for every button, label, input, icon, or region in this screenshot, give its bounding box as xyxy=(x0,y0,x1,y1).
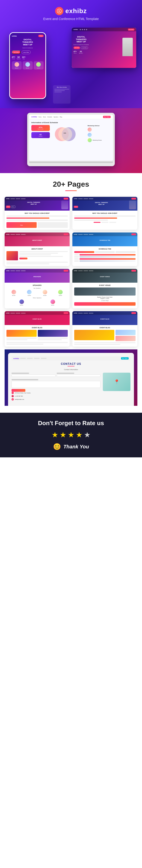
thank-you-row: 😊 Thank You xyxy=(5,443,137,451)
page-card-home1: exhibz DIGITAL THINKERSMEET UP Ticket Mo… xyxy=(5,197,69,230)
logo-name: exhibz xyxy=(65,7,87,15)
stat-events-num: 47+ xyxy=(12,56,15,58)
page-card-blog1: exhibz EVENT BLOG Event Blog xyxy=(5,311,69,347)
page-card-schedule: exhibz SCHEDULE TAB Schedule Tab xyxy=(73,232,137,266)
contact-us-title: CONTACT US xyxy=(11,362,131,366)
map-pin-icon: 📍 xyxy=(114,379,120,384)
mockup-container: exhibz Ticket DigitalThinkersMeet up Eve… xyxy=(5,25,137,103)
stars-row: ★ ★ ★ ★ ★ xyxy=(5,430,137,439)
desktop-hero-content: DIGITALTHINKERSMEET UP Event & Conferenc… xyxy=(72,31,136,58)
laptop-nav: exhibz Home About Schedule Speakers Blog… xyxy=(29,115,113,119)
page-card-home2-header: exhibz Digital ThinkersMeet up Ticket xyxy=(73,197,137,211)
pages-title: 20+ Pages xyxy=(5,180,137,188)
stat-speakers-num: 62 xyxy=(17,56,21,58)
laptop-screen: exhibz Home About Schedule Speakers Blog… xyxy=(29,115,113,161)
star-1: ★ xyxy=(52,430,58,439)
logo-icon: E xyxy=(55,7,63,15)
page-card-about-body: About Event xyxy=(5,246,69,266)
contact-form-fields xyxy=(11,373,101,392)
stat-speakers-label: Speakers xyxy=(17,58,21,59)
page-card-home2-body: Why you should Join Event xyxy=(73,211,137,225)
page-card-about-header: exhibz ABOUT EVENT xyxy=(5,232,69,246)
smiley-icon: 😊 xyxy=(53,443,61,451)
contact-phone: 📞 +1 234 567 890 xyxy=(11,395,131,397)
laptop-nav-logo: exhibz xyxy=(31,116,37,118)
contact-address: 📍 123 Event Street, City, Country xyxy=(11,392,131,394)
mobile-get-ticket-btn[interactable]: Get Ticket xyxy=(12,51,21,54)
page-card-venue: exhibz EVENT VENUE Event Venue Brighton … xyxy=(73,269,137,308)
page-card-venue-header: exhibz EVENT VENUE xyxy=(73,269,137,283)
mobile-learn-more-btn[interactable]: Learn More xyxy=(22,51,31,54)
header-subtitle: Event and Conference HTML Template xyxy=(5,17,137,21)
desktop-hero-title: DIGITALTHINKERSMEET UP xyxy=(74,36,89,43)
contact-preview-section: exhibz Buy Ticket CONTACT US Contact Inf… xyxy=(5,349,137,406)
address-icon: 📍 xyxy=(11,392,14,394)
page-card-home2: exhibz Digital ThinkersMeet up Ticket Wh… xyxy=(73,197,137,230)
page-card-speakers-header: exhibz SPEAKERS xyxy=(5,269,69,283)
mobile-ticket-btn[interactable]: Ticket xyxy=(38,35,44,37)
phone-icon: 📞 xyxy=(11,395,14,397)
contact-divider xyxy=(67,366,75,367)
laptop-section: exhibz Home About Schedule Speakers Blog… xyxy=(0,108,142,173)
laptop-nav-links: Home About Schedule Speakers Blog xyxy=(38,116,102,118)
star-4: ★ xyxy=(76,430,83,439)
pages-divider xyxy=(65,190,77,191)
mobile-card-speaker2: Speaker xyxy=(24,67,32,69)
desktop-hero-sub: Event & Conference Template xyxy=(74,44,89,45)
page-card-blog2-body: Event Blog xyxy=(73,325,137,347)
star-5: ★ xyxy=(84,430,91,439)
mobile-card-speaker1: Speaker xyxy=(13,67,21,69)
footer-title: Don't Forget to Rate us xyxy=(5,420,137,427)
laptop-content: Information of Event Schedule 47% Event … xyxy=(29,119,113,161)
page-card-venue-body: Event Venue Brighton Preston Grand Hotel… xyxy=(73,283,137,308)
thank-you-text: Thank You xyxy=(63,444,89,450)
laptop-nav-btn: Buy Ticket xyxy=(103,116,111,118)
page-card-schedule-header: exhibz SCHEDULE TAB xyxy=(73,232,137,246)
mobile-mockup: exhibz Ticket DigitalThinkersMeet up Eve… xyxy=(9,32,46,99)
contact-submit-btn[interactable] xyxy=(11,389,25,392)
page-card-blog1-header: exhibz EVENT BLOG xyxy=(5,311,69,325)
stat-days-num: 12+ xyxy=(22,56,25,58)
page-card-home1-header: exhibz DIGITAL THINKERSMEET UP Ticket Mo… xyxy=(5,197,69,211)
contact-subtitle: Contact Information xyxy=(11,369,131,370)
logo-area: E exhibz xyxy=(5,7,137,15)
stat-days-label: Days xyxy=(22,58,25,59)
page-grid: exhibz DIGITAL THINKERSMEET UP Ticket Mo… xyxy=(5,197,137,347)
header-section: E exhibz Event and Conference HTML Templ… xyxy=(0,0,142,108)
laptop-base xyxy=(29,162,113,163)
svg-text:E: E xyxy=(59,10,60,12)
star-3: ★ xyxy=(68,430,75,439)
page-card-about: exhibz ABOUT EVENT About Event xyxy=(5,232,69,266)
star-2: ★ xyxy=(60,430,66,439)
page-card-blog2: exhibz EVENT BLOG Event Blog xyxy=(73,311,137,347)
page-card-blog2-header: exhibz EVENT BLOG xyxy=(73,311,137,325)
contact-info-items: 📍 123 Event Street, City, Country 📞 +1 2… xyxy=(11,392,131,401)
desktop-mockup: exhibz Buy Ticket DIGITALTHINKERSMEET UP… xyxy=(72,28,136,68)
email-icon: ✉ xyxy=(11,398,14,401)
pages-section: 20+ Pages exhibz DIGITAL THINKERSMEET UP… xyxy=(0,173,142,413)
page-card-speakers-body: Speakers Key Speakers Speaker Speaker Sp… xyxy=(5,283,69,308)
stat-events-label: Events xyxy=(12,58,15,59)
page-card-speakers: exhibz SPEAKERS Speakers Key Speakers Sp… xyxy=(5,269,69,308)
desktop-learn-more-btn: Learn More xyxy=(81,46,88,49)
desktop-nav-bar: exhibz Buy Ticket xyxy=(72,28,136,31)
mobile-card-speaker3: Speaker xyxy=(35,67,42,69)
laptop-content-title: Information of Event Schedule xyxy=(31,122,111,124)
page-card-schedule-body: Schedule Tab xyxy=(73,246,137,264)
page-card-home1-body: Why you should Join Event Stats xyxy=(5,211,69,230)
mobile-hero-title: DigitalThinkersMeet up xyxy=(12,38,44,46)
contact-inner: exhibz Buy Ticket CONTACT US Contact Inf… xyxy=(8,353,134,406)
desktop-get-ticket-btn: Get Ticket xyxy=(74,46,80,49)
mobile-logo: exhibz xyxy=(12,35,17,37)
contact-form-preview: 📍 xyxy=(11,373,131,392)
laptop-frame: exhibz Home About Schedule Speakers Blog… xyxy=(27,113,115,166)
page-card-blog1-body: Event Blog xyxy=(5,325,69,346)
contact-email: ✉ hello@exhibz.com xyxy=(11,398,131,401)
contact-map: 📍 xyxy=(103,373,131,391)
footer-section: Don't Forget to Rate us ★ ★ ★ ★ ★ 😊 Than… xyxy=(0,413,142,457)
mobile-hero-sub: Event & Conference xyxy=(12,47,44,49)
